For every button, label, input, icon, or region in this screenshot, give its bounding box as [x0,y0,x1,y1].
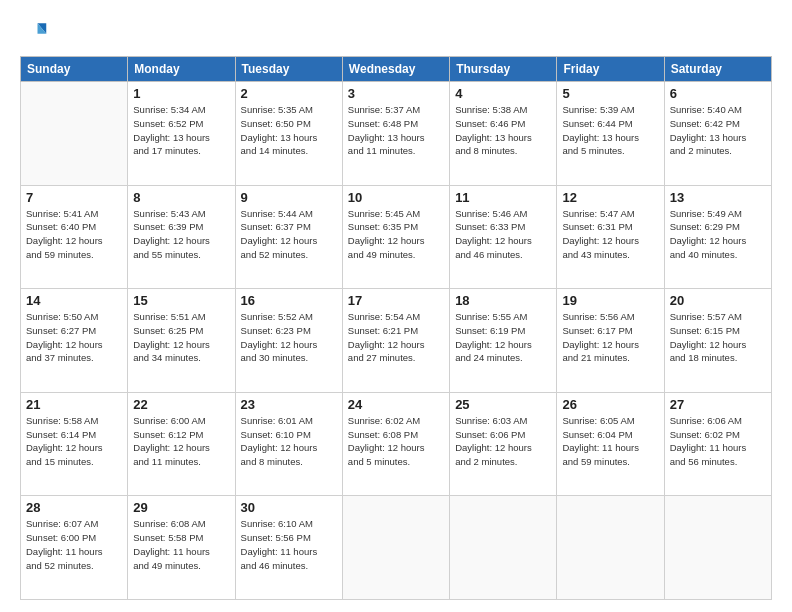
day-of-week-header: Tuesday [235,57,342,82]
calendar-cell: 23Sunrise: 6:01 AMSunset: 6:10 PMDayligh… [235,392,342,496]
day-info: Sunrise: 5:58 AMSunset: 6:14 PMDaylight:… [26,414,122,469]
calendar-cell: 29Sunrise: 6:08 AMSunset: 5:58 PMDayligh… [128,496,235,600]
day-of-week-header: Saturday [664,57,771,82]
calendar-cell: 7Sunrise: 5:41 AMSunset: 6:40 PMDaylight… [21,185,128,289]
day-number: 5 [562,86,658,101]
calendar-table: SundayMondayTuesdayWednesdayThursdayFrid… [20,56,772,600]
day-number: 8 [133,190,229,205]
calendar-cell: 17Sunrise: 5:54 AMSunset: 6:21 PMDayligh… [342,289,449,393]
calendar-cell: 8Sunrise: 5:43 AMSunset: 6:39 PMDaylight… [128,185,235,289]
day-info: Sunrise: 5:37 AMSunset: 6:48 PMDaylight:… [348,103,444,158]
calendar-cell: 19Sunrise: 5:56 AMSunset: 6:17 PMDayligh… [557,289,664,393]
day-number: 2 [241,86,337,101]
calendar-cell: 30Sunrise: 6:10 AMSunset: 5:56 PMDayligh… [235,496,342,600]
day-info: Sunrise: 6:01 AMSunset: 6:10 PMDaylight:… [241,414,337,469]
day-number: 19 [562,293,658,308]
day-number: 20 [670,293,766,308]
calendar-cell: 18Sunrise: 5:55 AMSunset: 6:19 PMDayligh… [450,289,557,393]
day-info: Sunrise: 5:40 AMSunset: 6:42 PMDaylight:… [670,103,766,158]
calendar-week-row: 1Sunrise: 5:34 AMSunset: 6:52 PMDaylight… [21,82,772,186]
header-row: SundayMondayTuesdayWednesdayThursdayFrid… [21,57,772,82]
calendar-cell: 10Sunrise: 5:45 AMSunset: 6:35 PMDayligh… [342,185,449,289]
day-info: Sunrise: 5:39 AMSunset: 6:44 PMDaylight:… [562,103,658,158]
day-number: 12 [562,190,658,205]
day-info: Sunrise: 6:06 AMSunset: 6:02 PMDaylight:… [670,414,766,469]
calendar-cell [342,496,449,600]
day-number: 24 [348,397,444,412]
day-number: 23 [241,397,337,412]
calendar-cell: 2Sunrise: 5:35 AMSunset: 6:50 PMDaylight… [235,82,342,186]
calendar-cell [21,82,128,186]
calendar-header: SundayMondayTuesdayWednesdayThursdayFrid… [21,57,772,82]
calendar-cell: 12Sunrise: 5:47 AMSunset: 6:31 PMDayligh… [557,185,664,289]
day-number: 22 [133,397,229,412]
calendar-cell: 4Sunrise: 5:38 AMSunset: 6:46 PMDaylight… [450,82,557,186]
calendar-cell: 3Sunrise: 5:37 AMSunset: 6:48 PMDaylight… [342,82,449,186]
day-info: Sunrise: 5:54 AMSunset: 6:21 PMDaylight:… [348,310,444,365]
calendar-cell: 24Sunrise: 6:02 AMSunset: 6:08 PMDayligh… [342,392,449,496]
calendar-cell: 15Sunrise: 5:51 AMSunset: 6:25 PMDayligh… [128,289,235,393]
day-number: 16 [241,293,337,308]
day-number: 28 [26,500,122,515]
logo-icon [20,18,48,46]
day-info: Sunrise: 5:46 AMSunset: 6:33 PMDaylight:… [455,207,551,262]
calendar-week-row: 21Sunrise: 5:58 AMSunset: 6:14 PMDayligh… [21,392,772,496]
day-of-week-header: Thursday [450,57,557,82]
day-number: 10 [348,190,444,205]
calendar-cell: 27Sunrise: 6:06 AMSunset: 6:02 PMDayligh… [664,392,771,496]
calendar-cell: 21Sunrise: 5:58 AMSunset: 6:14 PMDayligh… [21,392,128,496]
day-info: Sunrise: 6:02 AMSunset: 6:08 PMDaylight:… [348,414,444,469]
day-number: 15 [133,293,229,308]
calendar-cell: 26Sunrise: 6:05 AMSunset: 6:04 PMDayligh… [557,392,664,496]
day-info: Sunrise: 5:55 AMSunset: 6:19 PMDaylight:… [455,310,551,365]
calendar-cell: 13Sunrise: 5:49 AMSunset: 6:29 PMDayligh… [664,185,771,289]
calendar-week-row: 7Sunrise: 5:41 AMSunset: 6:40 PMDaylight… [21,185,772,289]
day-number: 3 [348,86,444,101]
day-info: Sunrise: 5:52 AMSunset: 6:23 PMDaylight:… [241,310,337,365]
day-number: 18 [455,293,551,308]
calendar-cell: 14Sunrise: 5:50 AMSunset: 6:27 PMDayligh… [21,289,128,393]
calendar-cell: 5Sunrise: 5:39 AMSunset: 6:44 PMDaylight… [557,82,664,186]
day-info: Sunrise: 6:00 AMSunset: 6:12 PMDaylight:… [133,414,229,469]
day-of-week-header: Monday [128,57,235,82]
calendar-cell: 28Sunrise: 6:07 AMSunset: 6:00 PMDayligh… [21,496,128,600]
day-of-week-header: Sunday [21,57,128,82]
day-info: Sunrise: 6:07 AMSunset: 6:00 PMDaylight:… [26,517,122,572]
day-info: Sunrise: 5:35 AMSunset: 6:50 PMDaylight:… [241,103,337,158]
day-info: Sunrise: 6:08 AMSunset: 5:58 PMDaylight:… [133,517,229,572]
day-number: 17 [348,293,444,308]
day-number: 21 [26,397,122,412]
day-number: 7 [26,190,122,205]
day-number: 30 [241,500,337,515]
calendar-body: 1Sunrise: 5:34 AMSunset: 6:52 PMDaylight… [21,82,772,600]
day-info: Sunrise: 5:49 AMSunset: 6:29 PMDaylight:… [670,207,766,262]
day-info: Sunrise: 5:44 AMSunset: 6:37 PMDaylight:… [241,207,337,262]
calendar-cell [664,496,771,600]
day-number: 6 [670,86,766,101]
day-number: 11 [455,190,551,205]
calendar-cell: 25Sunrise: 6:03 AMSunset: 6:06 PMDayligh… [450,392,557,496]
page: SundayMondayTuesdayWednesdayThursdayFrid… [0,0,792,612]
day-number: 25 [455,397,551,412]
day-info: Sunrise: 5:50 AMSunset: 6:27 PMDaylight:… [26,310,122,365]
calendar-week-row: 28Sunrise: 6:07 AMSunset: 6:00 PMDayligh… [21,496,772,600]
day-info: Sunrise: 5:45 AMSunset: 6:35 PMDaylight:… [348,207,444,262]
day-info: Sunrise: 5:38 AMSunset: 6:46 PMDaylight:… [455,103,551,158]
day-info: Sunrise: 5:43 AMSunset: 6:39 PMDaylight:… [133,207,229,262]
day-of-week-header: Friday [557,57,664,82]
day-info: Sunrise: 5:41 AMSunset: 6:40 PMDaylight:… [26,207,122,262]
day-number: 4 [455,86,551,101]
day-number: 27 [670,397,766,412]
calendar-week-row: 14Sunrise: 5:50 AMSunset: 6:27 PMDayligh… [21,289,772,393]
day-info: Sunrise: 5:51 AMSunset: 6:25 PMDaylight:… [133,310,229,365]
calendar-cell [450,496,557,600]
day-info: Sunrise: 6:10 AMSunset: 5:56 PMDaylight:… [241,517,337,572]
day-number: 29 [133,500,229,515]
calendar-cell: 20Sunrise: 5:57 AMSunset: 6:15 PMDayligh… [664,289,771,393]
day-info: Sunrise: 6:03 AMSunset: 6:06 PMDaylight:… [455,414,551,469]
header [20,18,772,46]
day-number: 14 [26,293,122,308]
day-number: 13 [670,190,766,205]
day-number: 9 [241,190,337,205]
calendar-cell [557,496,664,600]
